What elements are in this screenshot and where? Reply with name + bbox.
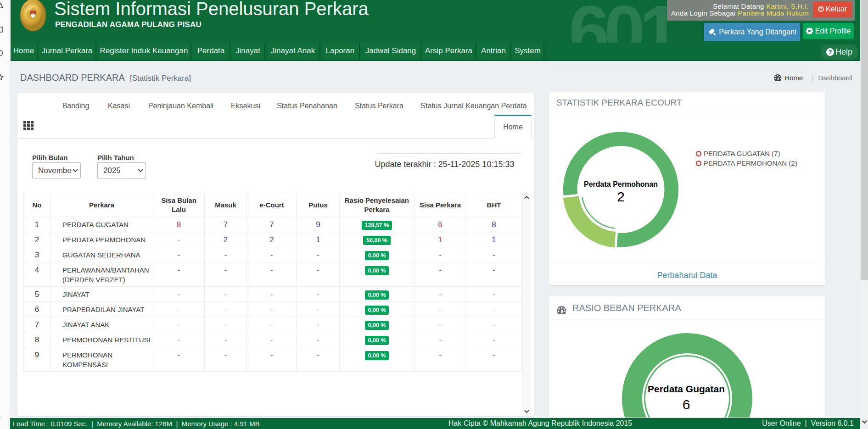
svg-text:6: 6 (683, 397, 690, 412)
svg-text:Perdata Permohonan: Perdata Permohonan (584, 180, 658, 188)
svg-text:?: ? (829, 49, 832, 56)
svg-text:PERDATA GUGATAN (7): PERDATA GUGATAN (7) (704, 150, 780, 157)
svg-text:PERDATA PERMOHONAN (2): PERDATA PERMOHONAN (2) (704, 159, 797, 167)
svg-text:2: 2 (617, 189, 625, 204)
svg-text:Perdata Gugatan: Perdata Gugatan (648, 384, 725, 394)
